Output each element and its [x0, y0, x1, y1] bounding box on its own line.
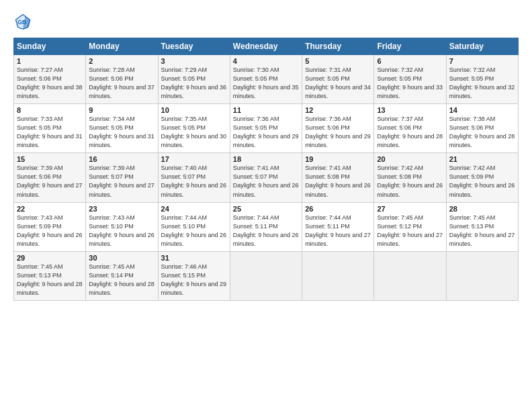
day-number: 13: [377, 106, 443, 114]
day-number: 26: [305, 205, 371, 213]
day-number: 15: [17, 155, 83, 163]
day-number: 17: [161, 155, 227, 163]
calendar-cell: 5Sunrise: 7:31 AMSunset: 5:05 PMDaylight…: [302, 55, 374, 104]
calendar-cell: 13Sunrise: 7:37 AMSunset: 5:06 PMDayligh…: [374, 104, 446, 153]
day-number: 29: [17, 254, 83, 262]
day-info: Sunrise: 7:32 AMSunset: 5:05 PMDaylight:…: [377, 66, 443, 101]
calendar-cell: 6Sunrise: 7:32 AMSunset: 5:05 PMDaylight…: [374, 55, 446, 104]
day-info: Sunrise: 7:43 AMSunset: 5:09 PMDaylight:…: [17, 214, 83, 248]
calendar-cell: 18Sunrise: 7:41 AMSunset: 5:07 PMDayligh…: [230, 153, 302, 202]
calendar-cell: 14Sunrise: 7:38 AMSunset: 5:06 PMDayligh…: [446, 104, 518, 153]
calendar-cell: 10Sunrise: 7:35 AMSunset: 5:05 PMDayligh…: [158, 104, 230, 153]
day-number: 22: [17, 205, 83, 213]
calendar-cell: 17Sunrise: 7:40 AMSunset: 5:07 PMDayligh…: [158, 153, 230, 202]
day-info: Sunrise: 7:43 AMSunset: 5:10 PMDaylight:…: [89, 214, 154, 248]
header-day-sunday: Sunday: [14, 38, 86, 55]
day-info: Sunrise: 7:45 AMSunset: 5:13 PMDaylight:…: [17, 263, 83, 298]
calendar-cell: 27Sunrise: 7:45 AMSunset: 5:12 PMDayligh…: [374, 202, 446, 251]
calendar-cell: 1Sunrise: 7:27 AMSunset: 5:06 PMDaylight…: [14, 55, 86, 104]
day-number: 23: [89, 205, 154, 213]
svg-text:GB: GB: [17, 19, 26, 26]
day-number: 9: [89, 106, 154, 114]
calendar-cell: 9Sunrise: 7:34 AMSunset: 5:05 PMDaylight…: [86, 104, 158, 153]
day-number: 21: [449, 155, 515, 163]
day-number: 11: [233, 106, 299, 114]
header-day-saturday: Saturday: [446, 38, 518, 55]
day-info: Sunrise: 7:41 AMSunset: 5:07 PMDaylight:…: [233, 164, 299, 199]
day-info: Sunrise: 7:40 AMSunset: 5:07 PMDaylight:…: [161, 164, 227, 199]
calendar-cell: 12Sunrise: 7:36 AMSunset: 5:06 PMDayligh…: [302, 104, 374, 153]
day-number: 28: [449, 205, 515, 213]
header-day-thursday: Thursday: [302, 38, 374, 55]
calendar-cell: 24Sunrise: 7:44 AMSunset: 5:10 PMDayligh…: [158, 202, 230, 251]
calendar-cell: 29Sunrise: 7:45 AMSunset: 5:13 PMDayligh…: [14, 251, 86, 300]
day-info: Sunrise: 7:44 AMSunset: 5:11 PMDaylight:…: [233, 214, 299, 248]
day-info: Sunrise: 7:29 AMSunset: 5:05 PMDaylight:…: [161, 66, 227, 101]
day-info: Sunrise: 7:28 AMSunset: 5:06 PMDaylight:…: [89, 66, 154, 101]
calendar-cell: 31Sunrise: 7:46 AMSunset: 5:15 PMDayligh…: [158, 251, 230, 300]
calendar-cell: [374, 251, 446, 300]
calendar-cell: 15Sunrise: 7:39 AMSunset: 5:06 PMDayligh…: [14, 153, 86, 202]
day-number: 27: [377, 205, 443, 213]
day-number: 20: [377, 155, 443, 163]
calendar-cell: 25Sunrise: 7:44 AMSunset: 5:11 PMDayligh…: [230, 202, 302, 251]
day-info: Sunrise: 7:44 AMSunset: 5:11 PMDaylight:…: [305, 214, 371, 248]
calendar-week-row: 1Sunrise: 7:27 AMSunset: 5:06 PMDaylight…: [14, 55, 519, 104]
header-day-friday: Friday: [374, 38, 446, 55]
day-number: 8: [17, 106, 83, 114]
calendar-week-row: 15Sunrise: 7:39 AMSunset: 5:06 PMDayligh…: [14, 153, 519, 202]
day-info: Sunrise: 7:35 AMSunset: 5:05 PMDaylight:…: [161, 115, 227, 150]
day-number: 18: [233, 155, 299, 163]
day-info: Sunrise: 7:44 AMSunset: 5:10 PMDaylight:…: [161, 214, 227, 248]
day-number: 4: [233, 57, 299, 65]
day-number: 30: [89, 254, 154, 262]
day-number: 3: [161, 57, 227, 65]
day-number: 5: [305, 57, 371, 65]
calendar-cell: 19Sunrise: 7:41 AMSunset: 5:08 PMDayligh…: [302, 153, 374, 202]
day-info: Sunrise: 7:45 AMSunset: 5:14 PMDaylight:…: [89, 263, 154, 298]
day-number: 6: [377, 57, 443, 65]
day-number: 14: [449, 106, 515, 114]
calendar-cell: 26Sunrise: 7:44 AMSunset: 5:11 PMDayligh…: [302, 202, 374, 251]
day-info: Sunrise: 7:42 AMSunset: 5:08 PMDaylight:…: [377, 164, 443, 199]
calendar-cell: 16Sunrise: 7:39 AMSunset: 5:07 PMDayligh…: [86, 153, 158, 202]
day-info: Sunrise: 7:45 AMSunset: 5:12 PMDaylight:…: [377, 214, 443, 248]
day-number: 31: [161, 254, 227, 262]
day-info: Sunrise: 7:36 AMSunset: 5:06 PMDaylight:…: [305, 115, 371, 150]
calendar-cell: 11Sunrise: 7:36 AMSunset: 5:05 PMDayligh…: [230, 104, 302, 153]
calendar-cell: 8Sunrise: 7:33 AMSunset: 5:05 PMDaylight…: [14, 104, 86, 153]
calendar-cell: 30Sunrise: 7:45 AMSunset: 5:14 PMDayligh…: [86, 251, 158, 300]
calendar-table: SundayMondayTuesdayWednesdayThursdayFrid…: [13, 38, 519, 301]
day-number: 1: [17, 57, 83, 65]
day-info: Sunrise: 7:33 AMSunset: 5:05 PMDaylight:…: [17, 115, 83, 150]
calendar-body: 1Sunrise: 7:27 AMSunset: 5:06 PMDaylight…: [14, 55, 519, 301]
calendar-cell: [446, 251, 518, 300]
calendar-week-row: 8Sunrise: 7:33 AMSunset: 5:05 PMDaylight…: [14, 104, 519, 153]
header-day-wednesday: Wednesday: [230, 38, 302, 55]
calendar-header-row: SundayMondayTuesdayWednesdayThursdayFrid…: [14, 38, 519, 55]
day-info: Sunrise: 7:42 AMSunset: 5:09 PMDaylight:…: [449, 164, 515, 199]
calendar-cell: 2Sunrise: 7:28 AMSunset: 5:06 PMDaylight…: [86, 55, 158, 104]
day-info: Sunrise: 7:46 AMSunset: 5:15 PMDaylight:…: [161, 263, 227, 298]
calendar-cell: 4Sunrise: 7:30 AMSunset: 5:05 PMDaylight…: [230, 55, 302, 104]
day-info: Sunrise: 7:34 AMSunset: 5:05 PMDaylight:…: [89, 115, 154, 150]
calendar-week-row: 29Sunrise: 7:45 AMSunset: 5:13 PMDayligh…: [14, 251, 519, 300]
day-info: Sunrise: 7:30 AMSunset: 5:05 PMDaylight:…: [233, 66, 299, 101]
day-number: 16: [89, 155, 154, 163]
header-day-tuesday: Tuesday: [158, 38, 230, 55]
day-number: 25: [233, 205, 299, 213]
day-info: Sunrise: 7:45 AMSunset: 5:13 PMDaylight:…: [449, 214, 515, 248]
calendar-cell: [302, 251, 374, 300]
header-day-monday: Monday: [86, 38, 158, 55]
day-number: 24: [161, 205, 227, 213]
day-number: 19: [305, 155, 371, 163]
logo: GB: [13, 12, 35, 31]
calendar-page: GB SundayMondayTuesdayWednesdayThursdayF…: [0, 0, 532, 411]
day-info: Sunrise: 7:39 AMSunset: 5:06 PMDaylight:…: [17, 164, 83, 199]
day-number: 12: [305, 106, 371, 114]
day-info: Sunrise: 7:39 AMSunset: 5:07 PMDaylight:…: [89, 164, 154, 199]
day-number: 10: [161, 106, 227, 114]
day-info: Sunrise: 7:41 AMSunset: 5:08 PMDaylight:…: [305, 164, 371, 199]
calendar-cell: 20Sunrise: 7:42 AMSunset: 5:08 PMDayligh…: [374, 153, 446, 202]
calendar-cell: 22Sunrise: 7:43 AMSunset: 5:09 PMDayligh…: [14, 202, 86, 251]
